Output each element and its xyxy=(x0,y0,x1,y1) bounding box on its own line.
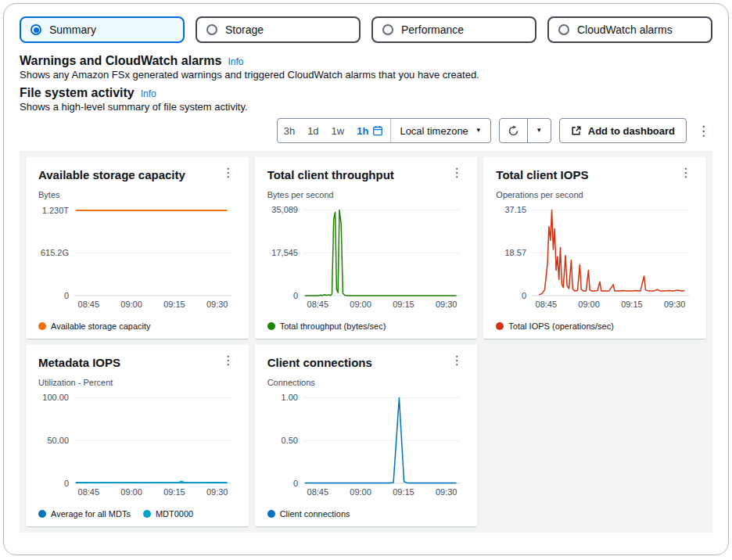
refresh-button[interactable] xyxy=(499,118,528,143)
view-tabs: Summary Storage Performance CloudWatch a… xyxy=(20,16,712,43)
svg-text:0.50: 0.50 xyxy=(281,436,297,445)
page-frame: Summary Storage Performance CloudWatch a… xyxy=(3,3,729,555)
chart-toolbar: 3h 1d 1w 1h Local timezone ▼ xyxy=(20,118,712,143)
svg-text:08:45: 08:45 xyxy=(307,300,328,309)
svg-text:08:45: 08:45 xyxy=(536,300,558,309)
svg-text:50.00: 50.00 xyxy=(47,436,69,445)
svg-text:09:15: 09:15 xyxy=(393,300,414,309)
svg-text:17,545: 17,545 xyxy=(271,248,298,257)
svg-text:09:00: 09:00 xyxy=(579,300,601,309)
chart-legend: Total throughput (bytes/sec) xyxy=(267,318,465,331)
calendar-icon xyxy=(372,125,383,136)
legend-item[interactable]: Total throughput (bytes/sec) xyxy=(267,321,386,331)
chart-menu-kebab-icon[interactable]: ⋮ xyxy=(221,354,236,367)
tab-label: CloudWatch alarms xyxy=(577,23,673,36)
chart-canvas: 1.230T615.2G008:4509:0009:1509:30 xyxy=(38,200,235,310)
chart-title: Client connections xyxy=(267,356,372,369)
chart-canvas: 1.000.50008:4509:0009:1509:30 xyxy=(267,388,465,497)
chart-y-axis-unit: Utilization - Percent xyxy=(38,378,236,387)
svg-text:1.00: 1.00 xyxy=(281,393,297,402)
svg-text:0: 0 xyxy=(64,479,69,488)
warnings-info-link[interactable]: Info xyxy=(228,56,243,67)
radio-icon xyxy=(558,24,569,35)
add-to-dashboard-button[interactable]: Add to dashboard xyxy=(559,118,687,143)
chart-card-total-client-iops: Total client IOPS ⋮ Operations per secon… xyxy=(483,157,706,339)
chart-legend: Total IOPS (operations/sec) xyxy=(496,318,694,331)
tab-performance[interactable]: Performance xyxy=(371,16,536,43)
tab-cloudwatch-alarms[interactable]: CloudWatch alarms xyxy=(547,16,712,43)
tab-summary[interactable]: Summary xyxy=(20,16,185,43)
chart-y-axis-unit: Connections xyxy=(267,378,465,387)
chart-title: Total client IOPS xyxy=(496,168,588,181)
activity-section-title: File system activity Info xyxy=(20,86,712,100)
chart-menu-kebab-icon[interactable]: ⋮ xyxy=(449,167,465,179)
svg-text:09:00: 09:00 xyxy=(350,487,371,497)
legend-color-dot xyxy=(267,510,275,518)
refresh-options-button[interactable]: ▼ xyxy=(527,118,551,143)
charts-panel: Available storage capacity ⋮ Bytes 1.230… xyxy=(20,151,712,533)
svg-text:08:45: 08:45 xyxy=(78,300,100,309)
refresh-split-button: ▼ xyxy=(499,118,551,143)
svg-text:09:00: 09:00 xyxy=(350,300,371,309)
radio-icon xyxy=(206,24,217,35)
toolbar-kebab-icon[interactable]: ⋮ xyxy=(694,124,712,138)
legend-color-dot xyxy=(143,510,151,518)
svg-text:615.2G: 615.2G xyxy=(41,248,69,257)
chart-title: Total client throughput xyxy=(267,168,394,181)
svg-text:09:30: 09:30 xyxy=(664,300,686,309)
range-1d-button[interactable]: 1d xyxy=(301,125,325,137)
chart-canvas: 100.0050.00008:4509:0009:1509:30 xyxy=(38,388,235,497)
svg-text:09:15: 09:15 xyxy=(163,300,185,309)
radio-icon xyxy=(382,24,393,35)
svg-text:09:30: 09:30 xyxy=(206,300,228,309)
legend-color-dot xyxy=(38,322,46,330)
range-custom-button[interactable]: 1h xyxy=(350,125,390,137)
external-link-icon xyxy=(571,125,582,136)
time-range-control: 3h 1d 1w 1h Local timezone ▼ xyxy=(277,118,491,143)
tab-label: Storage xyxy=(225,23,264,36)
chart-card-available-storage-capacity: Available storage capacity ⋮ Bytes 1.230… xyxy=(26,157,249,339)
chart-y-axis-unit: Operations per second xyxy=(496,190,694,199)
activity-section-description: Shows a high-level summary of file syste… xyxy=(20,101,712,113)
chart-y-axis-unit: Bytes xyxy=(38,190,236,199)
svg-text:37.15: 37.15 xyxy=(505,205,527,214)
range-1w-button[interactable]: 1w xyxy=(325,125,351,137)
chart-card-total-client-throughput: Total client throughput ⋮ Bytes per seco… xyxy=(255,157,478,339)
chart-canvas: 35,08917,545008:4509:0009:1509:30 xyxy=(267,200,465,310)
activity-info-link[interactable]: Info xyxy=(141,88,156,99)
timezone-select[interactable]: Local timezone ▼ xyxy=(391,125,490,137)
svg-text:09:30: 09:30 xyxy=(436,487,458,497)
tab-label: Performance xyxy=(401,23,464,36)
legend-item[interactable]: MDT0000 xyxy=(143,509,193,519)
legend-item[interactable]: Total IOPS (operations/sec) xyxy=(496,321,614,331)
chart-legend: Average for all MDTsMDT0000 xyxy=(38,506,236,519)
chart-menu-kebab-icon[interactable]: ⋮ xyxy=(221,167,236,179)
svg-text:09:00: 09:00 xyxy=(120,300,142,309)
legend-item[interactable]: Available storage capacity xyxy=(38,321,151,331)
chart-card-metadata-iops: Metadata IOPS ⋮ Utilization - Percent 10… xyxy=(26,345,249,526)
svg-text:08:45: 08:45 xyxy=(307,487,328,497)
legend-color-dot xyxy=(496,322,504,330)
svg-text:0: 0 xyxy=(522,291,526,300)
range-3h-button[interactable]: 3h xyxy=(278,125,301,137)
legend-color-dot xyxy=(38,510,46,518)
svg-text:1.230T: 1.230T xyxy=(42,206,70,215)
chart-legend: Client connections xyxy=(267,506,465,519)
chart-canvas: 37.1518.57008:4509:0009:1509:30 xyxy=(496,200,693,310)
legend-item[interactable]: Average for all MDTs xyxy=(38,509,131,519)
svg-text:09:15: 09:15 xyxy=(621,300,643,309)
chart-menu-kebab-icon[interactable]: ⋮ xyxy=(449,354,465,367)
svg-text:08:45: 08:45 xyxy=(78,487,100,497)
svg-text:0: 0 xyxy=(64,291,69,300)
svg-text:0: 0 xyxy=(293,479,298,488)
tab-storage[interactable]: Storage xyxy=(196,16,361,43)
svg-text:0: 0 xyxy=(293,291,298,300)
tab-label: Summary xyxy=(49,23,96,36)
chart-menu-kebab-icon[interactable]: ⋮ xyxy=(678,167,694,179)
warnings-section-description: Shows any Amazon FSx generated warnings … xyxy=(20,69,712,81)
svg-text:100.00: 100.00 xyxy=(42,393,69,402)
refresh-icon xyxy=(508,125,519,137)
chevron-down-icon: ▼ xyxy=(536,127,542,134)
chart-card-client-connections: Client connections ⋮ Connections 1.000.5… xyxy=(255,345,478,526)
legend-item[interactable]: Client connections xyxy=(267,509,350,519)
